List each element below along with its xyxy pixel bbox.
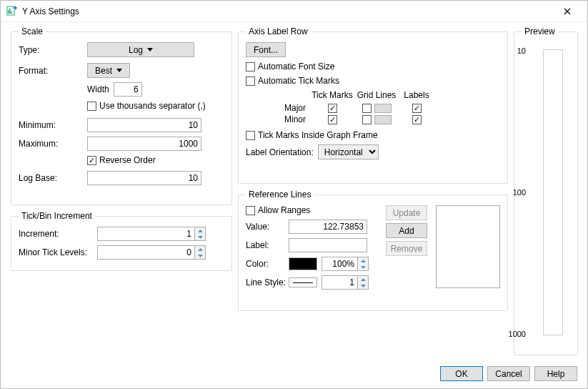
spin-up-icon[interactable] xyxy=(358,257,368,264)
dialog-footer: OK Cancel Help xyxy=(440,366,577,381)
ref-legend: Reference Lines xyxy=(246,189,314,200)
axis-label-group: Axis Label Row Font... Automatic Font Si… xyxy=(238,26,508,184)
allow-ranges-checkbox[interactable]: Allow Ranges xyxy=(246,205,310,215)
line-width-spinner[interactable] xyxy=(322,275,369,290)
scale-legend: Scale xyxy=(19,26,46,36)
add-button[interactable]: Add xyxy=(386,223,427,238)
increment-input[interactable] xyxy=(97,227,194,241)
minor-tick-spinner[interactable] xyxy=(97,245,206,260)
dialog-window: Y Axis Settings Scale Type: Log Format: … xyxy=(0,0,588,389)
ref-value-input[interactable] xyxy=(289,220,367,234)
preview-group: Preview 10 100 1000 xyxy=(514,26,578,355)
spin-down-icon[interactable] xyxy=(195,234,205,240)
app-icon xyxy=(6,6,18,17)
ref-color-swatch[interactable] xyxy=(289,257,317,270)
spin-down-icon[interactable] xyxy=(195,252,205,259)
major-grid-color[interactable] xyxy=(374,104,392,113)
font-button[interactable]: Font... xyxy=(246,42,286,57)
auto-tick-checkbox[interactable]: Automatic Tick Marks xyxy=(246,76,339,86)
remove-button[interactable]: Remove xyxy=(386,241,427,256)
reverse-order-label: Reverse Order xyxy=(99,155,156,165)
preview-legend: Preview xyxy=(522,26,558,36)
tick-increment-group: Tick/Bin Increment Increment: Minor Tick… xyxy=(11,211,232,271)
preview-tick-1000: 1000 xyxy=(509,330,526,338)
width-input[interactable] xyxy=(114,82,142,97)
minimum-label: Minimum: xyxy=(19,120,87,130)
major-grid-checkbox[interactable] xyxy=(362,104,372,113)
maximum-input[interactable] xyxy=(87,137,201,151)
ref-color-label: Color: xyxy=(246,259,289,269)
minor-grid-color[interactable] xyxy=(374,115,392,124)
spin-up-icon[interactable] xyxy=(195,246,205,252)
increment-label: Increment: xyxy=(19,229,97,239)
ok-button[interactable]: OK xyxy=(440,366,483,381)
scale-group: Scale Type: Log Format: Best Width Use t… xyxy=(11,26,232,205)
help-button[interactable]: Help xyxy=(534,366,577,381)
reference-lines-group: Reference Lines Allow Ranges Value: Labe… xyxy=(238,189,508,311)
minimum-input[interactable] xyxy=(87,118,201,132)
spin-up-icon[interactable] xyxy=(358,276,368,282)
titlebar: Y Axis Settings xyxy=(1,1,587,22)
cancel-button[interactable]: Cancel xyxy=(487,366,530,381)
close-icon xyxy=(564,8,571,15)
orientation-label: Label Orientation: xyxy=(246,147,314,157)
line-width-input[interactable] xyxy=(322,275,357,290)
col-labels: Labels xyxy=(399,90,434,100)
line-style-picker[interactable] xyxy=(289,277,317,287)
preview-canvas xyxy=(543,49,563,335)
thousands-label: Use thousands separator (,) xyxy=(99,101,206,111)
window-title: Y Axis Settings xyxy=(22,6,553,16)
reference-list[interactable] xyxy=(436,205,500,288)
minor-tick-label: Minor Tick Levels: xyxy=(19,247,97,257)
orientation-select[interactable]: Horizontal xyxy=(318,144,379,159)
opacity-spinner[interactable] xyxy=(322,257,369,271)
auto-font-checkbox[interactable]: Automatic Font Size xyxy=(246,61,334,72)
type-dropdown[interactable]: Log xyxy=(87,42,194,57)
format-label: Format: xyxy=(19,66,87,76)
preview-tick-100: 100 xyxy=(513,188,526,197)
ref-label-input[interactable] xyxy=(289,238,367,252)
type-label: Type: xyxy=(19,45,87,55)
thousands-checkbox[interactable]: Use thousands separator (,) xyxy=(87,101,206,111)
checkbox-box xyxy=(87,156,96,165)
minor-labels-checkbox[interactable] xyxy=(412,115,422,124)
inside-frame-checkbox[interactable]: Tick Marks Inside Graph Frame xyxy=(246,130,378,140)
axis-legend: Axis Label Row xyxy=(246,26,311,36)
opacity-input[interactable] xyxy=(322,257,357,271)
col-grid-lines: Grid Lines xyxy=(354,90,399,100)
minor-tick-input[interactable] xyxy=(97,245,194,260)
ref-style-label: Line Style: xyxy=(246,277,289,287)
minor-row-label: Minor xyxy=(274,114,310,124)
tick-legend: Tick/Bin Increment xyxy=(19,211,95,221)
close-button[interactable] xyxy=(553,1,582,21)
logbase-label: Log Base: xyxy=(19,173,87,183)
width-label: Width xyxy=(87,84,109,94)
major-row-label: Major xyxy=(274,103,310,113)
major-tick-checkbox[interactable] xyxy=(328,104,337,113)
spin-down-icon[interactable] xyxy=(358,264,368,270)
ref-value-label: Value: xyxy=(246,222,289,232)
content-area: Scale Type: Log Format: Best Width Use t… xyxy=(11,26,577,357)
update-button[interactable]: Update xyxy=(386,205,427,220)
col-tick-marks: Tick Marks xyxy=(310,90,354,100)
preview-tick-10: 10 xyxy=(517,46,526,55)
maximum-label: Maximum: xyxy=(19,139,87,149)
reverse-order-checkbox[interactable]: Reverse Order xyxy=(87,155,156,165)
increment-spinner[interactable] xyxy=(97,227,206,241)
spin-down-icon[interactable] xyxy=(358,282,368,289)
spin-up-icon[interactable] xyxy=(195,227,205,234)
major-labels-checkbox[interactable] xyxy=(412,104,422,113)
minor-grid-checkbox[interactable] xyxy=(362,115,372,124)
format-dropdown[interactable]: Best xyxy=(87,63,130,78)
checkbox-box xyxy=(87,102,96,111)
minor-tick-checkbox[interactable] xyxy=(328,115,337,124)
ref-label-label: Label: xyxy=(246,240,289,250)
logbase-input[interactable] xyxy=(87,171,201,185)
